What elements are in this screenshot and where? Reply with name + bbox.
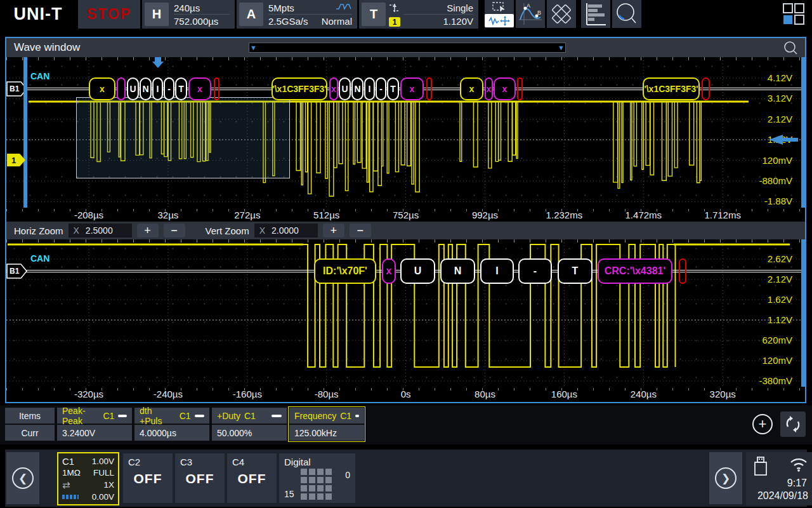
- panel-scroll-right-button[interactable]: ❯: [709, 452, 742, 504]
- window-layout-tool[interactable]: [779, 0, 808, 28]
- decode-frame: x: [400, 77, 424, 100]
- measure-cell[interactable]: dth +PulsC14.0000µs: [134, 408, 209, 441]
- chevron-right-icon: ❯: [715, 467, 737, 489]
- time-label: 240µs: [631, 389, 657, 399]
- refresh-icon: [784, 415, 802, 433]
- measure-name: Peak-Peak: [62, 406, 99, 426]
- vertical-scrollbar[interactable]: [801, 239, 805, 387]
- vert-zoom-label: Vert Zoom: [206, 225, 249, 236]
- zoom-region-box[interactable]: [76, 97, 290, 178]
- trigger-mode: Single: [403, 3, 473, 13]
- channel-c2-tile[interactable]: C2 OFF: [123, 453, 173, 503]
- acquire-panel[interactable]: A 5Mpts 2.5GSa/s Normal: [237, 0, 357, 29]
- run-state-button[interactable]: STOP: [78, 0, 140, 29]
- wave-window: Wave window ▼ ▼ xUNI-Tx'\x1C3FF3F3'xUNI-…: [5, 37, 806, 403]
- refresh-button[interactable]: [780, 411, 806, 437]
- horiz-zoom-minus-button[interactable]: −: [164, 224, 185, 237]
- channel-c4-tile[interactable]: C4 OFF: [227, 453, 277, 503]
- decode-error-marker: [426, 77, 432, 100]
- measure-cell[interactable]: +DutyC150.000%: [212, 408, 287, 441]
- c3-label: C3: [180, 457, 192, 467]
- channel-c1-tile[interactable]: C1 1.00V 1MΩ FULL ⇄ 1X 0.00V: [57, 452, 119, 505]
- measure-cell[interactable]: FrequencyC1125.00kHz: [289, 408, 364, 441]
- vert-zoom-minus-button[interactable]: −: [350, 224, 371, 237]
- panel-scroll-left-button[interactable]: ❮: [6, 452, 39, 504]
- trigger-panel[interactable]: T 1 Single 1.120V: [359, 0, 478, 29]
- horiz-zoom-plus-button[interactable]: +: [137, 224, 159, 237]
- status-area: 9:17 2024/09/18: [746, 452, 812, 505]
- scroll-right-arrow-icon[interactable]: ▼: [557, 44, 565, 51]
- vert-zoom-plus-button[interactable]: +: [323, 224, 344, 237]
- measure-items-cell[interactable]: Items Curr: [5, 408, 55, 441]
- decode-frame: U: [400, 258, 435, 284]
- collapse-dash-icon[interactable]: [355, 415, 359, 417]
- zoom-controls: Horiz Zoom X 2.5000 + − Vert Zoom X 2.00…: [6, 222, 805, 239]
- decode-frame: N: [351, 77, 363, 100]
- measure-name: +Duty: [217, 411, 240, 421]
- decode-error-marker: [679, 258, 686, 284]
- measure-cell-header: dth +PulsC1: [134, 408, 209, 424]
- main-waveform-graph[interactable]: xUNI-Tx'\x1C3FF3F3'xUNI-Txxxx'\x1C3FF3F3…: [6, 57, 805, 208]
- horizontal-scrollbar[interactable]: ▼ ▼: [249, 43, 566, 53]
- search-tool[interactable]: [612, 0, 641, 28]
- horiz-zoom-field[interactable]: X 2.5000: [69, 224, 132, 237]
- volt-label: 2.12V: [768, 274, 792, 284]
- horizontal-position: 752.000µs: [174, 16, 218, 27]
- memory-depth: 5Mpts: [268, 3, 294, 13]
- acquire-mode: Normal: [322, 16, 352, 27]
- measure-name: dth +Puls: [140, 406, 176, 426]
- measure-cell[interactable]: Peak-PeakC13.2400V: [57, 408, 132, 441]
- time-label: 1.232ms: [546, 210, 583, 220]
- decode-error-marker: [214, 77, 219, 100]
- volt-label: 620mV: [762, 335, 792, 345]
- volt-label: 4.12V: [768, 72, 792, 83]
- time-label: 512µs: [313, 210, 339, 220]
- wave-window-title: Wave window: [14, 41, 80, 54]
- layout-grid-icon: [782, 3, 805, 25]
- measure-tool[interactable]: [547, 0, 576, 28]
- collapse-dash-icon[interactable]: [272, 415, 282, 417]
- wave-drag-icon: [485, 14, 514, 27]
- measure-value: 50.000%: [212, 425, 287, 441]
- measure-value: 125.00kHz: [289, 425, 364, 441]
- bus-b1-tag[interactable]: B1: [6, 263, 28, 279]
- magnifier-icon[interactable]: [782, 40, 799, 59]
- horizontal-panel[interactable]: H 240µs 752.000µs: [142, 0, 235, 29]
- left-scale-bar[interactable]: [23, 57, 27, 208]
- decode-frame: x: [188, 77, 211, 100]
- main-time-axis: -208µs32µs272µs512µs752µs992µs1.232ms1.4…: [6, 208, 805, 222]
- svg-text:B1: B1: [10, 84, 20, 93]
- channel-1-marker[interactable]: 1: [6, 153, 27, 167]
- rulers-icon: [549, 2, 573, 26]
- decode-frame: x: [89, 77, 115, 100]
- acquire-key: A: [239, 3, 263, 26]
- time-label: -160µs: [233, 389, 262, 399]
- measure-name: Frequency: [294, 411, 336, 421]
- collapse-dash-icon[interactable]: [118, 415, 127, 417]
- add-measure-button[interactable]: +: [752, 414, 773, 434]
- scroll-left-arrow-icon[interactable]: ▼: [249, 44, 258, 51]
- volt-label: 1.12V: [768, 314, 792, 325]
- decode-frame: -: [164, 77, 174, 100]
- magnifier-loop-icon: [614, 1, 639, 27]
- decode-frame: ID:'\x70F': [314, 258, 376, 284]
- trigger-level-marker[interactable]: [768, 134, 799, 145]
- volt-label: -380mV: [759, 375, 792, 386]
- select-zone-tool[interactable]: [485, 0, 514, 28]
- vertical-scrollbar[interactable]: [801, 57, 805, 208]
- collapse-dash-icon[interactable]: [195, 415, 204, 417]
- digital-tile[interactable]: Digital 0 15: [279, 453, 355, 503]
- volt-label: 1.62V: [768, 294, 792, 305]
- zoom-time-axis: -320µs-240µs-160µs-80µs0s80µs160µs240µs3…: [6, 387, 805, 401]
- measure-cell-header: +DutyC1: [212, 408, 287, 424]
- channel-c3-tile[interactable]: C3 OFF: [175, 453, 225, 503]
- cursor-ab-tool[interactable]: A B: [516, 0, 545, 28]
- vert-zoom-field[interactable]: X 2.0000: [254, 224, 318, 237]
- decode-frame: T: [175, 77, 187, 100]
- items-label: Items: [5, 408, 55, 424]
- histogram-tool[interactable]: [581, 0, 610, 28]
- trigger-position-marker[interactable]: [150, 57, 166, 69]
- time-label: 320µs: [710, 389, 736, 399]
- measure-source: C1: [103, 411, 114, 421]
- zoom-waveform-graph[interactable]: ID:'\x70F'xUNI-TCRC:'\x4381' B1CAN2.62V2…: [6, 239, 805, 387]
